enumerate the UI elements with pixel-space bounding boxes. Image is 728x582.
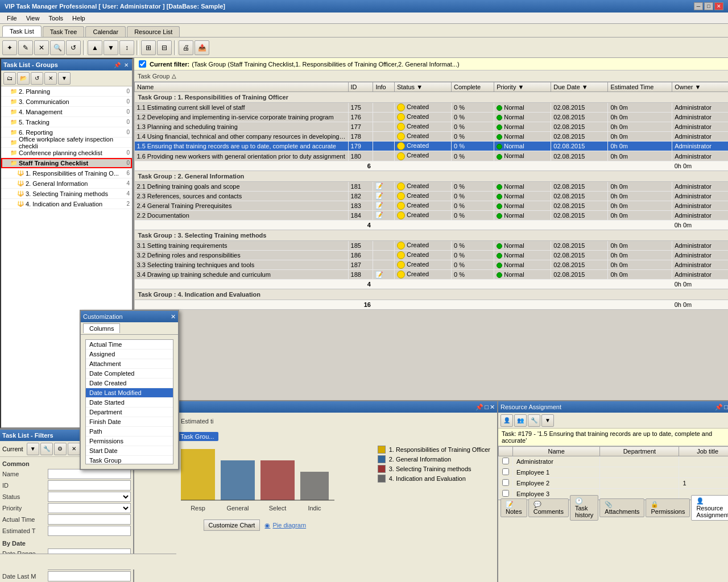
refresh-btn[interactable]: ↺ <box>66 40 81 55</box>
export-btn[interactable]: 📤 <box>195 40 209 55</box>
filter-active-checkbox[interactable] <box>139 60 146 68</box>
up-btn[interactable]: ▲ <box>88 40 102 55</box>
resource-checkbox[interactable] <box>502 490 509 497</box>
resource-tool-4[interactable]: ▼ <box>541 414 554 427</box>
table-row[interactable]: 1.6 Providing new workers with general o… <box>135 151 729 161</box>
filter-btn2[interactable]: 🔧 <box>40 443 53 455</box>
resource-tool-2[interactable]: 👥 <box>514 414 527 427</box>
groups-pin-btn[interactable]: 📌 <box>113 62 122 68</box>
resource-row[interactable]: Employee 2 1 <box>499 478 729 489</box>
popup-tab-columns[interactable]: Columns <box>83 323 120 333</box>
table-row[interactable]: 2.1 Defining training goals and scope 18… <box>135 181 729 191</box>
table-row[interactable]: 1.5 Ensuring that training records are u… <box>135 142 729 151</box>
resource-pin-btn[interactable]: 📌 <box>715 404 723 411</box>
tab-permissions[interactable]: 🔒 Permissions <box>646 498 690 517</box>
groups-open-btn[interactable]: 📂 <box>17 72 30 85</box>
print-btn[interactable]: 🖨 <box>179 40 193 55</box>
table-row[interactable]: 1.2 Developing and implementing in-servi… <box>135 113 729 122</box>
menu-tools[interactable]: Tools <box>44 14 68 23</box>
data-level-button[interactable]: Task Grou... <box>176 432 218 441</box>
tab-task-tree[interactable]: Task Tree <box>43 26 85 37</box>
groups-new-btn[interactable]: 🗂 <box>3 72 16 85</box>
filter-btn[interactable]: 🔍 <box>50 40 65 55</box>
edit-btn[interactable]: ✎ <box>18 40 33 55</box>
table-row[interactable]: 2.4 General Training Prerequisites 183 📝… <box>135 201 729 210</box>
col-name[interactable]: Name <box>135 82 349 92</box>
col-info[interactable]: Info <box>373 82 395 92</box>
popup-close-btn[interactable]: ✕ <box>171 313 176 321</box>
popup-item-finishdate[interactable]: Finish Date <box>86 417 173 427</box>
group-item-staff[interactable]: 📁 Staff Training Checklist 0 <box>1 158 132 168</box>
filter-datelast-input[interactable] <box>48 571 131 581</box>
pie-diagram-link[interactable]: ◉ Pie diagram <box>264 522 306 529</box>
resource-row[interactable]: Employee 1 <box>499 467 729 478</box>
group-item-communication[interactable]: 📁 3. Communication 0 <box>1 97 132 107</box>
col-esttime[interactable]: Estimated Time <box>608 82 672 92</box>
resource-tool-1[interactable]: 👤 <box>500 414 513 427</box>
tab-calendar[interactable]: Calendar <box>85 26 126 37</box>
menu-view[interactable]: View <box>22 14 44 23</box>
table-row[interactable]: 1.1 Estimating current skill level of st… <box>135 103 729 113</box>
popup-item-actualtime[interactable]: Actual Time <box>86 340 173 350</box>
tab-resource-list[interactable]: Resource List <box>127 26 180 37</box>
popup-item-datestarted[interactable]: Date Started <box>86 398 173 408</box>
tab-attachments[interactable]: 📎 Attachments <box>599 498 644 517</box>
filter-id-input[interactable] <box>48 480 131 490</box>
resource-restore-btn[interactable]: □ <box>724 404 728 411</box>
popup-item-attachment[interactable]: Attachment <box>86 359 173 369</box>
delete-btn[interactable]: ✕ <box>34 40 49 55</box>
group-item-planning[interactable]: 📁 2. Planning 0 <box>1 86 132 97</box>
task-grid-scroll[interactable]: Name ID Info Status ▼ Complete Priority … <box>134 82 728 400</box>
tab-resource-assignment[interactable]: 👤 Resource Assignment <box>691 495 728 521</box>
resource-row[interactable]: Administrator <box>499 456 729 467</box>
resource-checkbox[interactable] <box>502 468 509 475</box>
filter-btn4[interactable]: ✕ <box>68 443 80 455</box>
charts-restore-btn[interactable]: □ <box>485 404 489 411</box>
col-id[interactable]: ID <box>348 82 373 92</box>
group-btn[interactable]: ⊞ <box>141 40 156 55</box>
group-item-resp[interactable]: 🔱 1. Responsibilities of Training O... 6 <box>1 168 132 178</box>
groups-close-btn[interactable]: ✕ <box>123 62 130 68</box>
customize-chart-btn[interactable]: Customize Chart <box>204 519 260 531</box>
group-item-general[interactable]: 🔱 2. General Information 4 <box>1 178 132 189</box>
resource-checkbox[interactable] <box>502 458 509 464</box>
group-item-indication[interactable]: 🔱 4. Indication and Evaluation 2 <box>1 199 132 209</box>
col-priority[interactable]: Priority ▼ <box>494 82 551 92</box>
filter-btn1[interactable]: ▼ <box>27 443 39 455</box>
table-row[interactable]: 3.3 Selecting training techniques and to… <box>135 260 729 270</box>
tab-comments[interactable]: 💬 Comments <box>528 498 569 517</box>
groups-refresh-btn[interactable]: ↺ <box>31 72 43 85</box>
popup-item-path[interactable]: Path <box>86 427 173 436</box>
popup-item-permissions[interactable]: Permissions <box>86 436 173 446</box>
resource-checkbox[interactable] <box>502 479 509 486</box>
popup-item-startdate[interactable]: Start Date <box>86 446 173 456</box>
charts-close-btn[interactable]: ✕ <box>490 404 495 411</box>
filter-name-input[interactable] <box>48 469 131 479</box>
table-row[interactable]: 1.3 Planning and scheduling training 177… <box>135 122 729 132</box>
ungroup-btn[interactable]: ⊟ <box>157 40 172 55</box>
popup-item-datecreated[interactable]: Date Created <box>86 379 173 388</box>
down-btn[interactable]: ▼ <box>104 40 118 55</box>
popup-item-department[interactable]: Department <box>86 408 173 417</box>
tab-task-list[interactable]: Task List <box>2 26 42 37</box>
table-row[interactable]: 2.2 Documentation 184 📝 Created 0 % Norm… <box>135 210 729 220</box>
popup-item-taskgroup[interactable]: Task Group <box>86 456 173 464</box>
groups-more-btn[interactable]: ▼ <box>58 72 71 85</box>
tab-notes[interactable]: 📝 Notes <box>500 498 527 517</box>
menu-help[interactable]: Help <box>68 14 90 23</box>
table-row[interactable]: 3.2 Defining roles and responsibilities … <box>135 251 729 260</box>
new-task-btn[interactable]: ✦ <box>2 40 17 55</box>
col-duedate[interactable]: Due Date ▼ <box>551 82 608 92</box>
col-owner[interactable]: Owner ▼ <box>672 82 728 92</box>
group-item-selecting[interactable]: 🔱 3. Selecting Training methods 4 <box>1 189 132 199</box>
col-status[interactable]: Status ▼ <box>394 82 451 92</box>
popup-item-datelastmodified[interactable]: Date Last Modified <box>86 388 173 398</box>
filter-actual-input[interactable] <box>48 514 131 525</box>
filter-status-select[interactable] <box>48 492 131 502</box>
group-item-office[interactable]: 📁 Office workplace safety inspection che… <box>1 138 132 148</box>
sort-btn[interactable]: ↕ <box>119 40 134 55</box>
close-btn[interactable]: ✕ <box>714 2 723 10</box>
maximize-btn[interactable]: □ <box>704 2 713 10</box>
group-item-management[interactable]: 📁 4. Management 0 <box>1 107 132 117</box>
table-row[interactable]: 2.3 References, sources and contacts 182… <box>135 191 729 201</box>
